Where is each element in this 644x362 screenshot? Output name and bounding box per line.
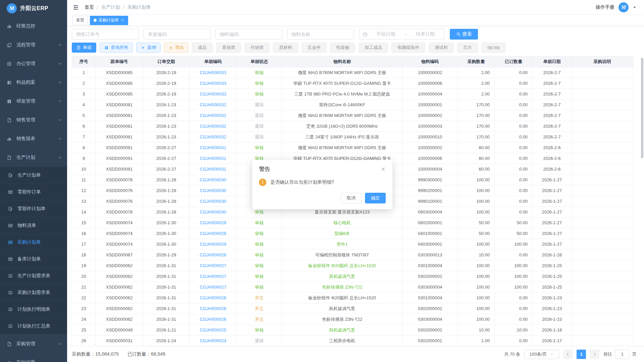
table-scrollbar-thumb[interactable] [641, 58, 643, 158]
doc-code-link[interactable]: CGJH000033 [200, 81, 226, 86]
doc-code-link[interactable]: CGJH000030 [200, 209, 226, 215]
doc-code-link[interactable]: CGJH000032 [200, 113, 226, 118]
cell-ordered-qty: 50.00 [495, 218, 533, 228]
doc-code-link[interactable]: CGJH000032 [200, 102, 226, 107]
doc-code-link[interactable]: CGJH000031 [200, 145, 226, 150]
goto-page-input[interactable] [615, 350, 630, 359]
confirm-button[interactable]: 确定 [365, 193, 386, 203]
filter-input-销售订单号[interactable] [72, 29, 139, 40]
table-row: 15XSDD0000742026-1-30CGJH000029审核核心电机080… [72, 218, 633, 228]
sidebar-item-料品档案[interactable]: 料品档案 [0, 73, 67, 92]
sidebar-item-经营总控[interactable]: 经营总控 [0, 17, 67, 36]
filter-input-物料名称[interactable] [287, 29, 354, 40]
page-size-select[interactable]: 100条/页 [524, 350, 559, 359]
doc-code-link[interactable]: CGJH000027 [200, 263, 226, 268]
chevron-down-icon [58, 342, 62, 346]
sidebar-item-零部件订单[interactable]: 零部件订单 [0, 184, 67, 200]
filter-input-单据编码[interactable] [144, 29, 211, 40]
doc-code-link[interactable]: CGJH000033 [200, 92, 226, 97]
sidebar-item-生产计划[interactable]: 生产计划 [0, 148, 67, 167]
doc-code-link[interactable]: CGJH000026 [200, 317, 226, 322]
doc-code-link[interactable]: CGJH000024 [200, 338, 226, 343]
category-button-加工成品[interactable]: 加工成品 [359, 43, 388, 53]
summary-item: 采购数量：15,084,075 [72, 351, 119, 357]
cell-purchase-qty: 100.00 [458, 196, 495, 207]
cancel-button[interactable]: 取消 [341, 193, 362, 203]
cell-ordered-qty: 0.00 [495, 196, 533, 207]
category-button-代销类[interactable]: 代销类 [245, 43, 270, 53]
breadcrumb-item-首页[interactable]: 首页 [85, 4, 94, 10]
category-button-五金件[interactable]: 五金件 [302, 43, 327, 53]
doc-code-link[interactable]: CGJH000029 [200, 242, 226, 247]
page-number-1[interactable]: 1 [577, 350, 586, 359]
category-button-56789[interactable]: 56789 [481, 43, 505, 53]
sidebar-item-研发管理[interactable]: 研发管理 [0, 92, 67, 111]
sidebar-item-销售报表[interactable]: 销售报表 [0, 129, 67, 148]
doc-code-link[interactable]: CGJH000027 [200, 274, 226, 279]
tab-首页[interactable]: 首页 [72, 16, 88, 25]
next-page-button[interactable] [590, 350, 599, 359]
cell-seq: 1 [72, 67, 96, 78]
sidebar-item-计划执行明细表[interactable]: 计划执行明细表 [0, 301, 67, 318]
cell-seq: 23 [72, 303, 96, 314]
doc-code-link[interactable]: CGJH000032 [200, 124, 226, 129]
column-header-跟单编号: 跟单编号 [96, 56, 143, 67]
toolbar-button-新增[interactable]: 新增 [136, 43, 161, 53]
avatar[interactable]: M [619, 2, 629, 12]
doc-code-link[interactable]: CGJH000029 [200, 231, 226, 236]
sidebar-item-采购管理[interactable]: 采购管理 [0, 335, 67, 353]
sidebar-item-流程管理[interactable]: 流程管理 [0, 36, 67, 54]
cell-note [572, 100, 633, 110]
doc-code-link[interactable]: CGJH000028 [200, 252, 226, 257]
tab-采购计划单[interactable]: 采购计划单 [90, 16, 128, 25]
doc-code-link[interactable]: CGJH000033 [200, 70, 226, 75]
doc-code-link[interactable]: CGJH000026 [200, 306, 226, 311]
close-icon[interactable] [381, 167, 386, 172]
toolbar-button-导出[interactable]: 导出 [164, 43, 189, 53]
doc-code-link[interactable]: CGJH000030 [200, 199, 226, 204]
sidebar-item-计划执行汇总表[interactable]: 计划执行汇总表 [0, 318, 67, 335]
date-range-picker[interactable]: 开始日期 – 结束日期 [359, 29, 444, 40]
sidebar-item-备库计划单[interactable]: 备库计划单 [0, 251, 67, 267]
sidebar-item-生产计划单[interactable]: 生产计划单 [0, 167, 67, 184]
doc-code-link[interactable]: CGJH000031 [200, 167, 226, 172]
column-header-订单交期: 订单交期 [143, 56, 190, 67]
sidebar-item-零部件计划单[interactable]: 零部件计划单 [0, 200, 67, 217]
sidebar-item-办公管理[interactable]: 办公管理 [0, 54, 67, 73]
doc-code-link[interactable]: CGJH000030 [200, 177, 226, 182]
category-button-芯片[interactable]: 芯片 [457, 43, 478, 53]
doc-code-link[interactable]: CGJH000027 [200, 285, 226, 290]
doc-code-link[interactable]: CGJH000026 [200, 295, 226, 300]
toolbar-button-单据[interactable]: 单据 [72, 43, 96, 53]
toolbar-button-查询所有[interactable]: 查询所有 [100, 43, 133, 53]
doc-code-link[interactable]: CGJH000025 [200, 327, 226, 333]
sidebar-item-物料清单[interactable]: 物料清单 [0, 217, 67, 234]
doc-code-link[interactable]: CGJH000029 [200, 220, 226, 225]
doc-code-link[interactable]: CGJH000031 [200, 156, 226, 161]
table-grid-icon [8, 223, 13, 228]
doc-code-link[interactable]: CGJH000030 [200, 188, 226, 193]
category-button-直销类[interactable]: 直销类 [216, 43, 241, 53]
breadcrumb-item-生产计划[interactable]: 生产计划 [101, 4, 120, 10]
hamburger-icon[interactable] [72, 4, 79, 11]
manual-link[interactable]: 操作手册 [596, 4, 614, 10]
sidebar-item-车间设置[interactable]: 车间设置 [0, 353, 67, 362]
search-button[interactable]: 搜索 [450, 29, 478, 40]
column-header-采购数量: 采购数量 [458, 56, 495, 67]
sidebar-item-生产计划需求表[interactable]: 生产计划需求表 [0, 267, 67, 284]
category-button-包装物[interactable]: 包装物 [330, 43, 355, 53]
category-button-原材料[interactable]: 原材料 [273, 43, 298, 53]
doc-code-link[interactable]: CGJH000032 [200, 134, 226, 139]
sidebar-item-采购计划需求表[interactable]: 采购计划需求表 [0, 284, 67, 301]
prev-page-button[interactable] [563, 350, 573, 359]
caret-down-icon[interactable] [633, 5, 637, 9]
category-button-成品[interactable]: 成品 [192, 43, 213, 53]
filter-input-物料编码[interactable] [215, 29, 282, 40]
cell-due-date: 2026-1-31 [143, 293, 190, 303]
category-button-电脑组装件[interactable]: 电脑组装件 [391, 43, 425, 53]
column-header-已订数量: 已订数量 [495, 56, 533, 67]
sidebar-item-采购计划单[interactable]: 采购计划单 [0, 234, 67, 251]
sidebar-item-销售管理[interactable]: 销售管理 [0, 111, 67, 129]
category-button-测试料[interactable]: 测试料 [429, 43, 454, 53]
table-grid-icon [8, 190, 13, 194]
